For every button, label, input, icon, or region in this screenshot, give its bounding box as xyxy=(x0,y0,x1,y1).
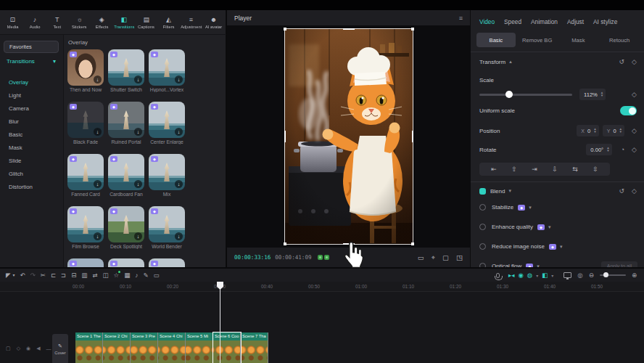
transform-section-header[interactable]: Transform ▴ ↺ ◇ xyxy=(479,58,637,65)
toolbar-item-media[interactable]: ⊡Media xyxy=(1,16,24,29)
screen-preview-icon[interactable]: ▭ xyxy=(154,272,160,279)
sidebar-item-basic[interactable]: Basic xyxy=(0,128,64,141)
clip-scene-1-the-s[interactable]: Scene 1 The S xyxy=(75,333,103,363)
align-top-icon[interactable]: ⇧ xyxy=(511,166,517,173)
ratio-icon[interactable]: ▢ xyxy=(442,253,449,262)
sidebar-category-transitions[interactable]: Transitions ▾ xyxy=(4,58,59,65)
voiceover-mic-icon[interactable] xyxy=(496,273,500,278)
align-right-icon[interactable]: ⇥ xyxy=(532,166,537,173)
blend-enabled-indicator[interactable] xyxy=(479,188,486,195)
linking-icon[interactable]: ◍ xyxy=(527,272,532,279)
preview-axis-icon[interactable]: ◧ xyxy=(542,272,548,279)
scale-stepper[interactable]: ▲▼ xyxy=(600,91,603,97)
rotate-value-box[interactable]: 0.00° ▲▼ xyxy=(586,144,611,155)
tab-ai-stylize[interactable]: AI stylize xyxy=(593,18,617,25)
keyframe-icon[interactable]: ◇ xyxy=(632,146,637,153)
trim-right-icon[interactable]: ⊐ xyxy=(61,272,66,279)
trim-left-icon[interactable]: ⊏ xyxy=(51,272,56,279)
timeline-zoom-slider[interactable] xyxy=(600,274,626,276)
transition-item-world-bender[interactable]: ↓World Bender xyxy=(149,206,185,249)
player-menu-icon[interactable]: ≡ xyxy=(459,15,463,22)
position-x-stepper[interactable]: ▲▼ xyxy=(593,128,596,134)
transition-item-fanned-card[interactable]: ↓Fanned Card xyxy=(67,154,104,197)
select-caret-icon[interactable]: ▾ xyxy=(13,273,15,277)
toolbar-item-stickers[interactable]: ☼Stickers xyxy=(68,16,91,29)
rotate-stepper[interactable]: ▲▼ xyxy=(606,147,609,152)
subtab-mask[interactable]: Mask xyxy=(559,33,598,47)
keyframe-icon[interactable]: ◇ xyxy=(632,127,637,134)
checkbox[interactable] xyxy=(479,243,486,250)
clip-scene-3-pre[interactable]: Scene 3 Pre xyxy=(131,333,158,363)
scale-value-box[interactable]: 112% ▲▼ xyxy=(579,89,606,100)
transition-item-film-browse[interactable]: ↓Film Browse xyxy=(67,206,104,249)
transition-item-shutter-switch[interactable]: ↓Shutter Switch xyxy=(108,49,144,92)
sidebar-item-camera[interactable]: Camera xyxy=(0,102,64,115)
chevron-down-icon[interactable]: ▾ xyxy=(560,244,563,250)
blend-row[interactable]: Blend ▾ ↺ ◇ xyxy=(479,187,637,195)
reverse-icon[interactable]: ⇄ xyxy=(92,272,97,279)
tab-animation[interactable]: Animation xyxy=(531,18,558,25)
clip-scene-5-mi[interactable]: Scene 5 Mi xyxy=(186,333,213,363)
rotate-dial-icon[interactable]: ◔ xyxy=(621,146,624,153)
render-preview-icon[interactable] xyxy=(564,272,571,278)
redo-icon[interactable]: ↷ xyxy=(30,272,36,279)
position-x-box[interactable]: X 0 ▲▼ xyxy=(577,125,598,136)
uniform-scale-toggle[interactable] xyxy=(620,106,637,115)
transition-item-ruined-portal[interactable]: ↓Ruined Portal xyxy=(108,102,144,144)
keyframe-icon[interactable]: ◇ xyxy=(632,187,637,195)
extract-audio-icon[interactable]: ♪ xyxy=(135,272,138,279)
transition-item-then-and-now[interactable]: ↓Then and Now xyxy=(67,49,104,92)
smart-tools-icon[interactable]: ☆ xyxy=(114,272,120,279)
sidebar-item-distortion[interactable]: Distortion xyxy=(0,180,64,193)
scale-slider-knob[interactable] xyxy=(505,91,513,98)
transition-item-hypnot-vortex[interactable]: ↓Hypnot...Vortex xyxy=(149,49,185,92)
align-bottom-icon[interactable]: ⇩ xyxy=(552,166,558,173)
toolbar-item-effects[interactable]: ◈Effects xyxy=(91,16,113,29)
checkbox[interactable] xyxy=(479,224,486,230)
chevron-down-icon[interactable]: ▾ xyxy=(548,224,551,230)
toolbar-item-captions[interactable]: ▤Captions xyxy=(135,16,157,29)
auto-snapping-icon[interactable]: ◉ xyxy=(518,272,523,279)
transition-item-shadow-wipe[interactable]: ↓Shadow Wipe xyxy=(108,258,144,267)
undo-icon[interactable]: ↶ xyxy=(20,272,25,279)
select-tool-icon[interactable]: ◤ xyxy=(6,272,11,279)
toolbar-item-audio[interactable]: ♪Audio xyxy=(24,16,46,29)
transition-item-black-fade[interactable]: ↓Black Fade xyxy=(67,102,104,144)
crop-icon[interactable]: ▦ xyxy=(124,272,130,279)
subtab-retouch[interactable]: Retouch xyxy=(600,33,639,47)
auto-magnetic-icon[interactable]: ▸◂ xyxy=(508,272,515,279)
transition-item-center-enlarge[interactable]: ↓Center Enlarge xyxy=(149,102,185,144)
keyframe-icon[interactable]: ◇ xyxy=(632,91,637,98)
reset-icon[interactable]: ↺ xyxy=(619,187,625,195)
chevron-down-icon[interactable]: ▾ xyxy=(529,205,532,211)
mirror-icon[interactable]: ◫ xyxy=(102,272,108,279)
video-preview[interactable] xyxy=(284,28,413,245)
clip-scene-7-tha[interactable]: Scene 7 Tha xyxy=(241,333,268,363)
subtab-remove-bg[interactable]: Remove BG xyxy=(518,33,557,47)
timeline-ruler[interactable]: 00:0000:1000:2000:3000:4000:5001:0001:10… xyxy=(0,282,644,292)
collapse-icon[interactable]: ▴ xyxy=(509,59,512,65)
transition-item-mix[interactable]: ↓Mix xyxy=(149,154,185,197)
sidebar-item-blur[interactable]: Blur xyxy=(0,115,64,128)
sidebar-item-light[interactable]: Light xyxy=(0,89,64,102)
transition-item-camera-focus[interactable]: ↓Camera Focus xyxy=(149,258,185,267)
transition-item-lightning-strike[interactable]: ↓Lightning Strike xyxy=(67,258,104,267)
transition-item-cardboard-fan[interactable]: ↓Cardboard Fan xyxy=(108,154,144,197)
tab-adjust[interactable]: Adjust xyxy=(567,18,584,25)
tab-video[interactable]: Video xyxy=(479,18,495,25)
align-center-v-icon[interactable]: ⇳ xyxy=(593,166,598,173)
split-icon[interactable]: ✂ xyxy=(41,272,46,279)
zoom-in-icon[interactable]: ⊕ xyxy=(632,272,637,279)
toolbar-item-text[interactable]: TText xyxy=(46,16,68,29)
chevron-down-icon[interactable]: ▾ xyxy=(508,188,511,194)
subtab-basic[interactable]: Basic xyxy=(476,33,516,47)
feature-reduce-image-noise[interactable]: Reduce image noise▾ xyxy=(471,237,644,256)
position-y-stepper[interactable]: ▲▼ xyxy=(619,128,622,134)
feature-enhance-quality[interactable]: Enhance quality▾ xyxy=(471,217,644,237)
position-y-box[interactable]: Y 0 ▲▼ xyxy=(603,125,624,136)
keyframe-icon[interactable]: ◇ xyxy=(632,58,637,65)
mirror-display-icon[interactable]: ▭ xyxy=(418,253,424,262)
preview-axis-caret-icon[interactable]: ▾ xyxy=(551,273,553,278)
linking-caret-icon[interactable]: ▾ xyxy=(536,273,538,278)
reset-icon[interactable]: ↺ xyxy=(619,58,625,65)
